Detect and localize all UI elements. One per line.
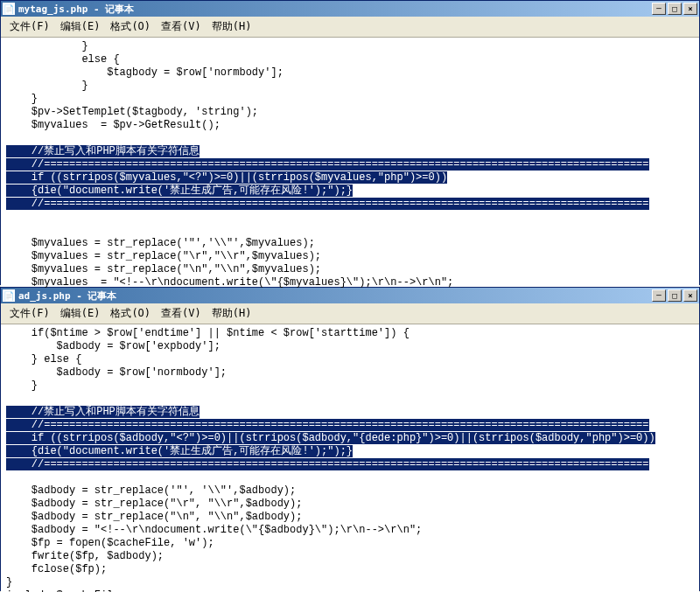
code-line: $myvalues = "<!--\r\ndocument.write(\"{$… — [6, 276, 453, 288]
code-line: $adbody = str_replace("\r", "\\r",$adbod… — [6, 498, 302, 510]
code-line: } — [6, 380, 38, 392]
code-editor-2[interactable]: if($ntime > $row['endtime'] || $ntime < … — [1, 324, 699, 592]
selected-code-line: //======================================… — [6, 198, 649, 210]
code-line: $adbody = $row['expbody']; — [6, 340, 220, 352]
code-line: $myvalues = str_replace("\r","\\r",$myva… — [6, 250, 321, 262]
code-line: $adbody = str_replace("\n", "\\n",$adbod… — [6, 511, 302, 523]
minimize-button[interactable]: ─ — [652, 289, 666, 302]
code-line: else { — [6, 53, 120, 66]
window-controls-2: ─ □ × — [652, 289, 697, 302]
menu-edit[interactable]: 编辑(E) — [55, 18, 106, 35]
menu-view[interactable]: 查看(V) — [156, 305, 206, 322]
selected-code-line: //======================================… — [6, 458, 649, 470]
maximize-button[interactable]: □ — [668, 3, 682, 15]
selected-code-line: {die("document.write('禁止生成广告,可能存在风险!');"… — [6, 445, 353, 457]
code-line: if($ntime > $row['endtime'] || $ntime < … — [6, 327, 410, 339]
selected-code-line: //======================================… — [6, 419, 649, 431]
window-controls-1: ─ □ × — [652, 3, 697, 15]
code-line: fwrite($fp, $adbody); — [6, 550, 164, 562]
menu-edit[interactable]: 编辑(E) — [55, 305, 106, 322]
menu-file[interactable]: 文件(F) — [4, 305, 55, 322]
selected-code-line: if ((strripos($myvalues,"<?")>=0)||(strr… — [6, 171, 447, 184]
code-line: $myvalues = str_replace("\n","\\n",$myva… — [6, 263, 321, 275]
selected-code-line: if ((strripos($adbody,"<?")>=0)||(strrip… — [6, 432, 655, 444]
menu-format[interactable]: 格式(O) — [105, 305, 156, 322]
menubar-1: 文件(F) 编辑(E) 格式(O) 查看(V) 帮助(H) — [1, 17, 699, 38]
notepad-window-2: 📄 ad_js.php - 记事本 ─ □ × 文件(F) 编辑(E) 格式(O… — [0, 287, 700, 591]
code-line: $adbody = $row['normbody']; — [6, 366, 227, 379]
code-line: } — [6, 80, 88, 92]
menubar-2: 文件(F) 编辑(E) 格式(O) 查看(V) 帮助(H) — [1, 303, 699, 324]
code-line: $tagbody = $row['normbody']; — [6, 66, 284, 79]
menu-help[interactable]: 帮助(H) — [206, 305, 257, 322]
notepad-icon: 📄 — [3, 3, 15, 15]
selected-code-line: //禁止写入和PHP脚本有关字符信息 — [6, 406, 200, 418]
close-button[interactable]: × — [683, 3, 697, 15]
code-line: } — [6, 93, 38, 105]
selected-code-line: //禁止写入和PHP脚本有关字符信息 — [6, 145, 200, 157]
code-line: } — [6, 40, 88, 52]
maximize-button[interactable]: □ — [668, 289, 682, 302]
selected-code-line: //======================================… — [6, 158, 649, 171]
notepad-icon: 📄 — [3, 289, 15, 302]
menu-help[interactable]: 帮助(H) — [206, 18, 257, 35]
close-button[interactable]: × — [683, 289, 697, 302]
code-line: $myvalues = str_replace('"','\\"',$myval… — [6, 237, 315, 249]
code-line: $pv->SetTemplet($tagbody, 'string'); — [6, 106, 258, 118]
menu-file[interactable]: 文件(F) — [4, 18, 55, 35]
minimize-button[interactable]: ─ — [652, 3, 666, 15]
code-line: $adbody = str_replace('"', '\\"',$adbody… — [6, 484, 296, 497]
code-line: $fp = fopen($cacheFile, 'w'); — [6, 537, 214, 549]
selected-code-line: {die("document.write('禁止生成广告,可能存在风险!');"… — [6, 185, 353, 197]
menu-view[interactable]: 查看(V) — [156, 18, 206, 35]
code-line: } — [6, 576, 12, 589]
code-line: $adbody = "<!--\r\ndocument.write(\"{$ad… — [6, 524, 422, 536]
code-editor-1[interactable]: } else { $tagbody = $row['normbody']; } … — [1, 38, 699, 288]
code-line: } else { — [6, 353, 81, 366]
window-title-2: ad_js.php - 记事本 — [18, 289, 652, 303]
code-line: $myvalues = $pv->GetResult(); — [6, 119, 220, 131]
window-title-1: mytag_js.php - 记事本 — [18, 3, 652, 16]
titlebar-1[interactable]: 📄 mytag_js.php - 记事本 ─ □ × — [1, 1, 699, 17]
code-line: fclose($fp); — [6, 563, 107, 575]
notepad-window-1: 📄 mytag_js.php - 记事本 ─ □ × 文件(F) 编辑(E) 格… — [0, 0, 700, 285]
titlebar-2[interactable]: 📄 ad_js.php - 记事本 ─ □ × — [1, 288, 699, 303]
menu-format[interactable]: 格式(O) — [105, 18, 156, 35]
